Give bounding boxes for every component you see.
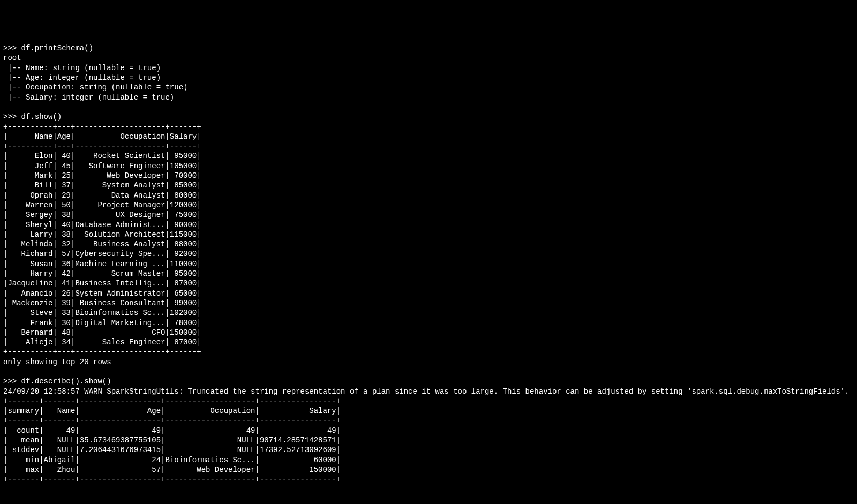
terminal-output[interactable]: >>> df.printSchema() root |-- Name: stri…	[0, 39, 857, 488]
show-row: | Sheryl| 40|Database Administ...| 90000…	[3, 221, 201, 229]
show-row: | Warren| 50| Project Manager|120000|	[3, 201, 201, 209]
describe-row: | count| 49| 49| 49| 49|	[3, 426, 341, 435]
show-sep: +----------+---+--------------------+---…	[3, 123, 201, 131]
show-row: | Mackenzie| 39| Business Consultant| 99…	[3, 299, 201, 307]
show-row: | Bill| 37| System Analyst| 85000|	[3, 181, 201, 190]
describe-sep: +-------+-------+------------------+----…	[3, 475, 341, 484]
warn-line: 24/09/20 12:58:57 WARN SparkStringUtils:…	[3, 387, 849, 396]
show-row: | Bernard| 48| CFO|150000|	[3, 328, 201, 337]
show-row: | Elon| 40| Rocket Scientist| 95000|	[3, 152, 201, 160]
describe-sep: +-------+-------+------------------+----…	[3, 397, 341, 405]
describe-sep: +-------+-------+------------------+----…	[3, 416, 341, 425]
schema-field: |-- Salary: integer (nullable = true)	[3, 93, 174, 102]
prompt: >>>	[3, 377, 21, 386]
show-row: | Melinda| 32| Business Analyst| 88000|	[3, 240, 201, 249]
show-row: | Sergey| 38| UX Designer| 75000|	[3, 210, 201, 219]
show-row: | Richard| 57|Cybersecurity Spe...| 9200…	[3, 250, 201, 258]
show-row: | Oprah| 29| Data Analyst| 80000|	[3, 191, 201, 200]
show-row: | Amancio| 26|System Administrator| 6500…	[3, 289, 201, 298]
show-row: | Harry| 42| Scrum Master| 95000|	[3, 269, 201, 278]
schema-field: |-- Occupation: string (nullable = true)	[3, 83, 187, 92]
show-row: | Jeff| 45| Software Engineer|105000|	[3, 162, 201, 170]
show-row: | Susan| 36|Machine Learning ...|110000|	[3, 260, 201, 268]
show-sep: +----------+---+--------------------+---…	[3, 348, 201, 356]
show-footer: only showing top 20 rows	[3, 358, 111, 366]
command-describe: df.describe().show()	[21, 377, 111, 386]
describe-row: | max| Zhou| 57| Web Developer| 150000|	[3, 465, 341, 474]
schema-field: |-- Name: string (nullable = true)	[3, 64, 161, 72]
schema-root: root	[3, 54, 21, 62]
prompt: >>>	[3, 44, 21, 52]
describe-row: | min|Abigail| 24|Bioinformatics Sc...| …	[3, 456, 341, 464]
show-row: | Mark| 25| Web Developer| 70000|	[3, 171, 201, 180]
show-row: | Alicje| 34| Sales Engineer| 87000|	[3, 338, 201, 347]
prompt: >>>	[3, 112, 21, 121]
describe-row: | stddev| NULL|7.2064431676973415| NULL|…	[3, 446, 341, 454]
show-sep: +----------+---+--------------------+---…	[3, 142, 201, 151]
command-printschema: df.printSchema()	[21, 44, 93, 52]
show-row: | Frank| 30|Digital Marketing...| 78000|	[3, 319, 201, 327]
describe-header: |summary| Name| Age| Occupation| Salary|	[3, 407, 341, 415]
show-row: |Jacqueline| 41|Business Intellig...| 87…	[3, 279, 201, 288]
show-row: | Larry| 38| Solution Architect|115000|	[3, 230, 201, 239]
show-row: | Steve| 33|Bioinformatics Sc...|102000|	[3, 309, 201, 317]
command-show: df.show()	[21, 112, 62, 121]
describe-row: | mean| NULL|35.673469387755105| NULL|90…	[3, 436, 341, 445]
show-header: | Name|Age| Occupation|Salary|	[3, 132, 201, 141]
schema-field: |-- Age: integer (nullable = true)	[3, 73, 161, 82]
